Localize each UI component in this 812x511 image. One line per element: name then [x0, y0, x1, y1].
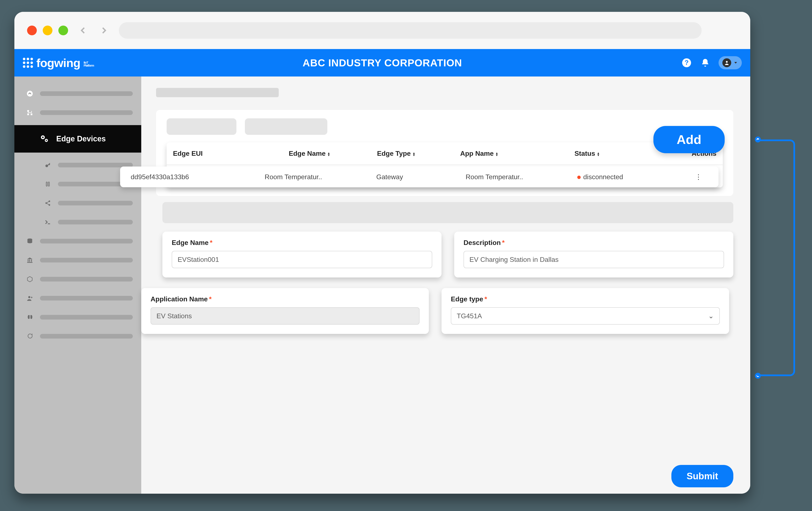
app-header: fogwing IIoT Platform ABC INDUSTRY CORPO…: [14, 49, 750, 77]
edge-type-label: Edge type*: [451, 295, 720, 303]
description-label: Description*: [464, 239, 724, 247]
application-name-card: Application Name* EV Stations: [141, 288, 429, 334]
sidebar-item[interactable]: [14, 233, 141, 250]
share-icon: [44, 199, 52, 207]
page-title: ABC INDUSTRY CORPORATION: [302, 57, 462, 69]
description-input[interactable]: EV Charging Station in Dallas: [464, 251, 724, 268]
cell-type: Gateway: [376, 173, 466, 181]
browser-toolbar: [14, 12, 750, 49]
svg-point-2: [726, 61, 728, 63]
user-menu[interactable]: [719, 56, 742, 69]
chevron-down-icon: [733, 60, 738, 65]
sort-icon: [597, 152, 600, 156]
key-icon: [44, 161, 52, 169]
user-plus-icon: [26, 294, 34, 302]
traffic-lights: [27, 26, 68, 35]
application-name-label: Application Name*: [150, 295, 419, 303]
col-edge-type[interactable]: Edge Type: [371, 143, 454, 165]
svg-rect-14: [49, 182, 50, 186]
brain-icon: [26, 313, 34, 321]
window-close-icon[interactable]: [27, 26, 37, 35]
kebab-icon: ⋮: [695, 173, 702, 181]
sidebar-item[interactable]: [14, 328, 141, 345]
chat-icon: [26, 332, 34, 340]
svg-point-26: [28, 296, 30, 298]
sidebar-item-label: Edge Devices: [56, 134, 106, 143]
sidebar-item[interactable]: [14, 85, 141, 102]
connector-line: [757, 140, 795, 376]
section-placeholder: [163, 202, 733, 223]
browser-forward-button[interactable]: [98, 24, 110, 37]
edge-name-card: Edge Name* EVStation001: [163, 232, 441, 277]
sidebar-item[interactable]: [14, 290, 141, 307]
svg-marker-25: [28, 277, 32, 282]
brand-grid-icon: [23, 58, 33, 68]
lab-icon: [44, 180, 52, 188]
brand-logo[interactable]: fogwing IIoT Platform: [23, 56, 94, 70]
help-icon[interactable]: ?: [681, 58, 692, 68]
svg-rect-21: [28, 259, 29, 262]
tabs-placeholder: [167, 118, 723, 135]
header-actions: ?: [681, 56, 742, 69]
edge-name-label: Edge Name*: [172, 239, 432, 247]
tab-placeholder[interactable]: [245, 118, 327, 135]
hexagon-icon: [26, 275, 34, 283]
svg-point-4: [27, 91, 33, 97]
svg-marker-20: [27, 258, 33, 259]
sidebar-item[interactable]: [14, 308, 141, 326]
chevron-up-circle-icon: [26, 90, 34, 97]
svg-text:?: ?: [685, 59, 689, 66]
col-edge-eui[interactable]: Edge EUI: [167, 143, 282, 165]
notifications-icon[interactable]: [700, 58, 710, 68]
svg-rect-22: [29, 259, 30, 262]
user-avatar-icon: [722, 58, 731, 67]
table-row-floating[interactable]: dd95ef4330a133b6 Room Temperatur.. Gatew…: [120, 167, 719, 187]
brand-name: fogwing: [36, 56, 80, 70]
application-name-input[interactable]: EV Stations: [150, 307, 419, 325]
svg-rect-7: [27, 114, 29, 115]
add-button[interactable]: Add: [654, 126, 725, 153]
sidebar-subitem[interactable]: [14, 194, 141, 212]
browser-back-button[interactable]: [77, 24, 89, 37]
sidebar-item[interactable]: [14, 251, 141, 269]
database-icon: [26, 237, 34, 245]
cell-status: disconnected: [577, 173, 689, 181]
svg-rect-13: [46, 182, 47, 186]
status-dot-icon: [577, 176, 581, 179]
browser-url-bar[interactable]: [119, 22, 702, 39]
cell-actions[interactable]: ⋮: [689, 173, 708, 181]
network-icon: [26, 109, 34, 116]
brand-subtitle: IIoT Platform: [84, 61, 94, 67]
sort-icon: [495, 152, 498, 156]
svg-rect-24: [27, 262, 33, 263]
page-heading-placeholder: [156, 88, 279, 97]
svg-rect-6: [31, 114, 32, 115]
window-maximize-icon[interactable]: [58, 26, 68, 35]
window-minimize-icon[interactable]: [43, 26, 53, 35]
edge-type-select[interactable]: TG451A ⌄: [451, 307, 720, 325]
svg-point-11: [46, 140, 47, 141]
terminal-icon: [44, 218, 52, 226]
browser-window: fogwing IIoT Platform ABC INDUSTRY CORPO…: [14, 12, 750, 494]
sidebar-item[interactable]: [14, 271, 141, 288]
submit-button[interactable]: Submit: [671, 465, 733, 487]
cell-eui: dd95ef4330a133b6: [131, 173, 265, 181]
sort-icon: [327, 152, 330, 156]
svg-rect-5: [27, 110, 29, 112]
sidebar-item-edge-devices[interactable]: Edge Devices: [14, 125, 141, 153]
description-card: Description* EV Charging Station in Dall…: [454, 232, 733, 277]
sidebar-item[interactable]: [14, 104, 141, 121]
sidebar-subitem[interactable]: [14, 213, 141, 231]
gears-icon: [40, 134, 49, 144]
col-status[interactable]: Status: [568, 143, 662, 165]
cell-app: Room Temperatur..: [466, 173, 577, 181]
col-app-name[interactable]: App Name: [454, 143, 568, 165]
svg-point-9: [42, 137, 44, 138]
col-edge-name[interactable]: Edge Name: [282, 143, 371, 165]
edge-name-input[interactable]: EVStation001: [172, 251, 432, 268]
tab-placeholder[interactable]: [167, 118, 236, 135]
cell-name: Room Temperatur..: [265, 173, 376, 181]
chevron-down-icon: ⌄: [708, 312, 714, 320]
form-area: Edge Name* EVStation001 Description* EV …: [163, 202, 733, 487]
sort-icon: [412, 152, 415, 156]
